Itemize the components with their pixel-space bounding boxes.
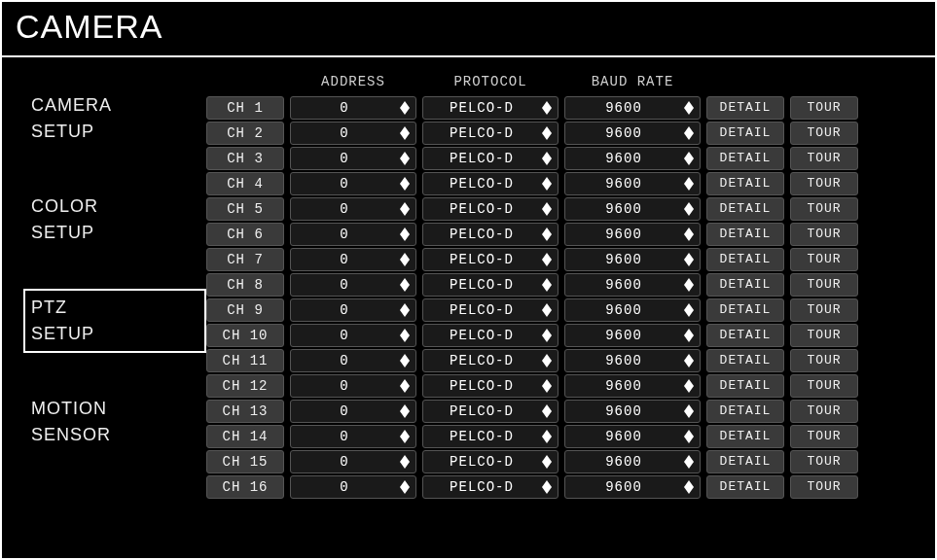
detail-button[interactable]: DETAIL	[706, 96, 784, 120]
protocol-spinner[interactable]: PELCO-D	[422, 172, 559, 195]
detail-button[interactable]: DETAIL	[706, 400, 784, 423]
spinner-arrows-icon[interactable]	[682, 430, 696, 443]
tour-button[interactable]: TOUR	[790, 273, 858, 297]
tour-button[interactable]: TOUR	[790, 450, 858, 473]
spinner-arrows-icon[interactable]	[398, 278, 412, 292]
detail-button[interactable]: DETAIL	[706, 298, 784, 322]
spinner-arrows-icon[interactable]	[540, 379, 554, 393]
detail-button[interactable]: DETAIL	[706, 122, 784, 145]
address-spinner[interactable]: 0	[290, 298, 416, 322]
baud-spinner[interactable]: 9600	[564, 374, 701, 398]
baud-spinner[interactable]: 9600	[564, 349, 701, 372]
spinner-arrows-icon[interactable]	[682, 354, 696, 368]
spinner-arrows-icon[interactable]	[682, 329, 696, 342]
spinner-arrows-icon[interactable]	[540, 228, 554, 241]
protocol-spinner[interactable]: PELCO-D	[422, 298, 559, 322]
spinner-arrows-icon[interactable]	[398, 228, 412, 241]
spinner-arrows-icon[interactable]	[682, 177, 696, 191]
spinner-arrows-icon[interactable]	[398, 329, 412, 342]
address-spinner[interactable]: 0	[290, 475, 416, 499]
detail-button[interactable]: DETAIL	[706, 197, 784, 221]
spinner-arrows-icon[interactable]	[398, 430, 412, 443]
tour-button[interactable]: TOUR	[790, 374, 858, 398]
baud-spinner[interactable]: 9600	[564, 96, 701, 120]
spinner-arrows-icon[interactable]	[682, 480, 696, 494]
baud-spinner[interactable]: 9600	[564, 450, 701, 473]
spinner-arrows-icon[interactable]	[682, 278, 696, 292]
detail-button[interactable]: DETAIL	[706, 475, 784, 499]
sidebar-item-motion-sensor[interactable]: MOTION SENSOR	[23, 390, 206, 454]
address-spinner[interactable]: 0	[290, 223, 416, 246]
tour-button[interactable]: TOUR	[790, 298, 858, 322]
spinner-arrows-icon[interactable]	[682, 404, 696, 418]
protocol-spinner[interactable]: PELCO-D	[422, 475, 559, 499]
protocol-spinner[interactable]: PELCO-D	[422, 96, 559, 120]
address-spinner[interactable]: 0	[290, 324, 416, 347]
detail-button[interactable]: DETAIL	[706, 248, 784, 271]
spinner-arrows-icon[interactable]	[398, 101, 412, 115]
baud-spinner[interactable]: 9600	[564, 172, 701, 195]
address-spinner[interactable]: 0	[290, 147, 416, 170]
spinner-arrows-icon[interactable]	[682, 152, 696, 165]
detail-button[interactable]: DETAIL	[706, 425, 784, 448]
protocol-spinner[interactable]: PELCO-D	[422, 324, 559, 347]
spinner-arrows-icon[interactable]	[682, 126, 696, 140]
address-spinner[interactable]: 0	[290, 248, 416, 271]
sidebar-item-camera-setup[interactable]: CAMERA SETUP	[23, 87, 206, 151]
spinner-arrows-icon[interactable]	[398, 202, 412, 216]
baud-spinner[interactable]: 9600	[564, 223, 701, 246]
spinner-arrows-icon[interactable]	[682, 228, 696, 241]
baud-spinner[interactable]: 9600	[564, 248, 701, 271]
protocol-spinner[interactable]: PELCO-D	[422, 374, 559, 398]
baud-spinner[interactable]: 9600	[564, 197, 701, 221]
protocol-spinner[interactable]: PELCO-D	[422, 197, 559, 221]
baud-spinner[interactable]: 9600	[564, 425, 701, 448]
baud-spinner[interactable]: 9600	[564, 475, 701, 499]
detail-button[interactable]: DETAIL	[706, 349, 784, 372]
address-spinner[interactable]: 0	[290, 374, 416, 398]
baud-spinner[interactable]: 9600	[564, 122, 701, 145]
spinner-arrows-icon[interactable]	[398, 253, 412, 266]
spinner-arrows-icon[interactable]	[398, 455, 412, 469]
spinner-arrows-icon[interactable]	[540, 303, 554, 317]
detail-button[interactable]: DETAIL	[706, 147, 784, 170]
spinner-arrows-icon[interactable]	[540, 480, 554, 494]
baud-spinner[interactable]: 9600	[564, 324, 701, 347]
protocol-spinner[interactable]: PELCO-D	[422, 122, 559, 145]
spinner-arrows-icon[interactable]	[540, 126, 554, 140]
spinner-arrows-icon[interactable]	[398, 354, 412, 368]
spinner-arrows-icon[interactable]	[540, 253, 554, 266]
protocol-spinner[interactable]: PELCO-D	[422, 248, 559, 271]
address-spinner[interactable]: 0	[290, 425, 416, 448]
protocol-spinner[interactable]: PELCO-D	[422, 349, 559, 372]
protocol-spinner[interactable]: PELCO-D	[422, 425, 559, 448]
baud-spinner[interactable]: 9600	[564, 273, 701, 297]
spinner-arrows-icon[interactable]	[682, 202, 696, 216]
spinner-arrows-icon[interactable]	[682, 455, 696, 469]
tour-button[interactable]: TOUR	[790, 197, 858, 221]
protocol-spinner[interactable]: PELCO-D	[422, 223, 559, 246]
tour-button[interactable]: TOUR	[790, 248, 858, 271]
spinner-arrows-icon[interactable]	[682, 303, 696, 317]
tour-button[interactable]: TOUR	[790, 425, 858, 448]
address-spinner[interactable]: 0	[290, 122, 416, 145]
spinner-arrows-icon[interactable]	[540, 177, 554, 191]
spinner-arrows-icon[interactable]	[540, 202, 554, 216]
spinner-arrows-icon[interactable]	[540, 101, 554, 115]
spinner-arrows-icon[interactable]	[398, 379, 412, 393]
spinner-arrows-icon[interactable]	[540, 455, 554, 469]
detail-button[interactable]: DETAIL	[706, 450, 784, 473]
spinner-arrows-icon[interactable]	[540, 329, 554, 342]
address-spinner[interactable]: 0	[290, 349, 416, 372]
baud-spinner[interactable]: 9600	[564, 400, 701, 423]
address-spinner[interactable]: 0	[290, 96, 416, 120]
detail-button[interactable]: DETAIL	[706, 223, 784, 246]
tour-button[interactable]: TOUR	[790, 223, 858, 246]
tour-button[interactable]: TOUR	[790, 400, 858, 423]
spinner-arrows-icon[interactable]	[540, 278, 554, 292]
baud-spinner[interactable]: 9600	[564, 147, 701, 170]
spinner-arrows-icon[interactable]	[540, 404, 554, 418]
tour-button[interactable]: TOUR	[790, 349, 858, 372]
protocol-spinner[interactable]: PELCO-D	[422, 147, 559, 170]
protocol-spinner[interactable]: PELCO-D	[422, 400, 559, 423]
